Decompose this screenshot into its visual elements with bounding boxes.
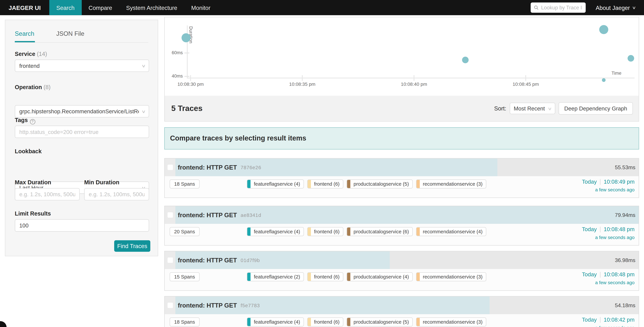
operation-select-value: grpc.hipstershop.RecommendationService/L…: [19, 108, 139, 114]
y-axis-tick-label: 60ms: [166, 50, 183, 55]
checkbox-zone: [165, 158, 176, 176]
tab-search[interactable]: Search: [15, 30, 34, 37]
trace-lookup-box[interactable]: [531, 2, 586, 13]
min-duration-input[interactable]: [89, 191, 144, 198]
trace-row-header[interactable]: frontend: HTTP GET 7876e26 55.53ms: [165, 158, 639, 176]
service-chips: featureflagservice (4)frontend (6)produc…: [247, 318, 490, 326]
timestamp-divider: [600, 179, 600, 184]
toolbar-right: Sort: Most Recent ∨ Deep Dependency Grap…: [494, 102, 633, 114]
y-axis-tick: [184, 52, 189, 54]
trace-select-checkbox[interactable]: [168, 212, 173, 218]
x-axis-tick: [190, 75, 191, 81]
help-circle-icon[interactable]: ?: [30, 119, 35, 124]
service-label: Service (14): [15, 50, 47, 57]
span-count-chip: 20 Spans: [170, 227, 200, 236]
lookback-label: Lookback: [15, 148, 42, 154]
corner-widget-icon[interactable]: [0, 321, 6, 327]
trace-select-checkbox[interactable]: [168, 303, 173, 308]
trace-row-body: 20 Spans featureflagservice (4)frontend …: [165, 224, 639, 245]
service-color-stripe: [308, 318, 311, 326]
max-duration-label: Max Duration: [15, 179, 51, 186]
trace-result-row[interactable]: frontend: HTTP GET 01d7f9b 36.98ms 15 Sp…: [164, 251, 639, 291]
trace-scatter-point[interactable]: [602, 78, 606, 82]
x-axis-tick: [525, 75, 526, 81]
trace-count-title: 5 Traces: [171, 104, 202, 113]
span-count-chip: 15 Spans: [170, 272, 200, 281]
service-chip: featureflagservice (4): [247, 180, 304, 188]
trace-date: Today: [582, 178, 597, 185]
trace-result-row[interactable]: frontend: HTTP GET 7876e26 55.53ms 18 Sp…: [164, 158, 639, 198]
max-duration-input[interactable]: [19, 191, 75, 198]
tags-label: Tags?: [15, 117, 35, 124]
trace-timestamp-block: Today 10:08:48 pm a few seconds ago: [582, 226, 634, 240]
service-chip-label: frontend (6): [311, 180, 343, 188]
service-color-stripe: [247, 228, 251, 236]
service-chip: featureflagservice (4): [247, 318, 304, 326]
duration-scatterplot[interactable]: Duration Time 10:08:30 pm10:08:35 pm10:0…: [165, 17, 639, 96]
trace-result-row[interactable]: frontend: HTTP GET f5e7783 54.18ms 18 Sp…: [164, 296, 639, 327]
service-select[interactable]: frontend ∨: [15, 60, 149, 72]
trace-title: frontend: HTTP GET: [178, 302, 237, 309]
trace-result-row[interactable]: frontend: HTTP GET ae8341d 79.94ms 20 Sp…: [164, 206, 639, 246]
trace-scatter-point[interactable]: [462, 56, 468, 63]
trace-row-header[interactable]: frontend: HTTP GET f5e7783 54.18ms: [165, 296, 639, 314]
trace-id: ae8341d: [240, 212, 261, 218]
trace-select-checkbox[interactable]: [168, 258, 173, 263]
trace-row-header[interactable]: frontend: HTTP GET 01d7f9b 36.98ms: [165, 251, 639, 269]
find-traces-button[interactable]: Find Traces: [114, 240, 150, 252]
service-color-stripe: [347, 180, 350, 188]
trace-title: frontend: HTTP GET: [178, 212, 237, 218]
service-chip: productcatalogservice (5): [346, 180, 412, 188]
x-axis-tick: [414, 75, 414, 81]
nav-item-search[interactable]: Search: [49, 0, 82, 15]
about-jaeger-menu[interactable]: About Jaeger ∨: [596, 4, 635, 11]
service-chip-label: recommendationservice (3): [420, 180, 486, 188]
trace-date: Today: [582, 272, 597, 278]
checkbox-zone: [165, 206, 176, 224]
chevron-down-icon: ∨: [141, 64, 146, 68]
trace-duration: 36.98ms: [615, 257, 636, 263]
nav-item-monitor[interactable]: Monitor: [184, 0, 218, 15]
trace-scatter-point[interactable]: [182, 33, 191, 42]
trace-results-panel: Duration Time 10:08:30 pm10:08:35 pm10:0…: [164, 17, 639, 122]
operation-select[interactable]: grpc.hipstershop.RecommendationService/L…: [15, 105, 149, 117]
operation-label: Operation (8): [15, 84, 50, 90]
nav-item-system-architecture[interactable]: System Architecture: [119, 0, 184, 15]
deep-dependency-graph-button[interactable]: Deep Dependency Graph: [558, 102, 633, 114]
trace-time[interactable]: 10:08:48 pm: [604, 226, 634, 232]
trace-timestamp-block: Today 10:08:49 pm a few seconds ago: [582, 178, 634, 192]
min-duration-field: [84, 188, 149, 200]
tags-field: [15, 126, 149, 138]
tags-input[interactable]: [19, 129, 144, 135]
trace-time[interactable]: 10:08:48 pm: [604, 272, 634, 278]
service-chip: recommendationservice (3): [416, 180, 486, 188]
service-color-stripe: [416, 272, 420, 281]
timestamp-divider: [600, 317, 600, 322]
service-chip-label: recommendationservice (3): [420, 318, 486, 326]
tab-json-file[interactable]: JSON File: [56, 30, 84, 37]
trace-scatter-point[interactable]: [628, 55, 634, 62]
trace-row-header[interactable]: frontend: HTTP GET ae8341d 79.94ms: [165, 206, 639, 224]
trace-row-header-content: frontend: HTTP GET ae8341d 79.94ms: [178, 206, 635, 224]
trace-scatter-point[interactable]: [599, 25, 608, 34]
service-chip: recommendationservice (3): [416, 318, 486, 326]
service-color-stripe: [416, 228, 420, 236]
nav-item-compare[interactable]: Compare: [82, 0, 119, 15]
limit-results-input[interactable]: [19, 222, 144, 229]
trace-lookup-input[interactable]: [541, 5, 582, 10]
service-color-stripe: [247, 180, 251, 188]
search-sidebar: Search JSON File Service (14) frontend ∨…: [5, 20, 158, 256]
service-chip-label: productcatalogservice (5): [350, 318, 412, 326]
span-count-chip: 18 Spans: [170, 180, 200, 188]
trace-title: frontend: HTTP GET: [178, 257, 237, 264]
sort-select[interactable]: Most Recent ∨: [510, 103, 555, 114]
service-chip: frontend (6): [307, 318, 343, 326]
trace-date: Today: [582, 316, 597, 323]
service-color-stripe: [308, 272, 311, 281]
trace-select-checkbox[interactable]: [168, 165, 173, 170]
app-logo[interactable]: JAEGER UI: [0, 0, 49, 15]
trace-date: Today: [582, 226, 597, 232]
trace-time[interactable]: 10:08:49 pm: [604, 178, 634, 185]
trace-time[interactable]: 10:08:42 pm: [604, 316, 634, 323]
chevron-down-icon: ∨: [141, 109, 146, 114]
